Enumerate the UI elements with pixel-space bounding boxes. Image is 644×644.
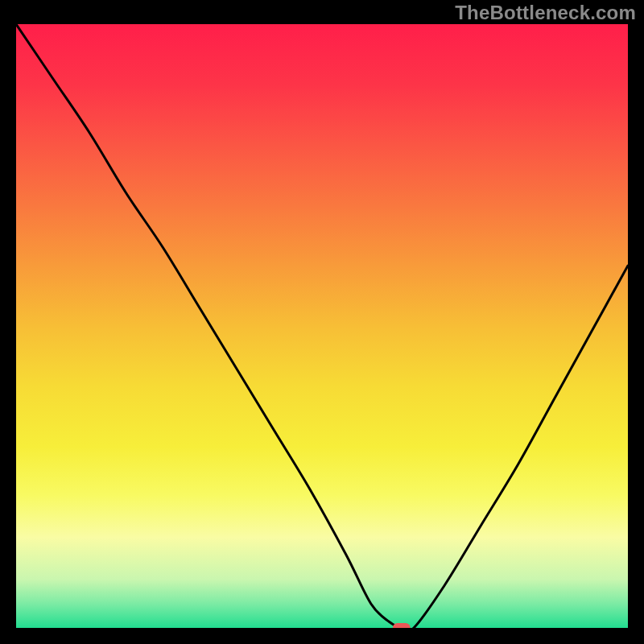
plot-svg <box>16 24 628 628</box>
plot-background <box>16 24 628 628</box>
watermark-text: TheBottleneck.com <box>455 2 636 24</box>
chart-frame: TheBottleneck.com <box>0 0 644 644</box>
optimal-point-marker <box>393 623 411 628</box>
bottleneck-plot <box>16 24 628 628</box>
